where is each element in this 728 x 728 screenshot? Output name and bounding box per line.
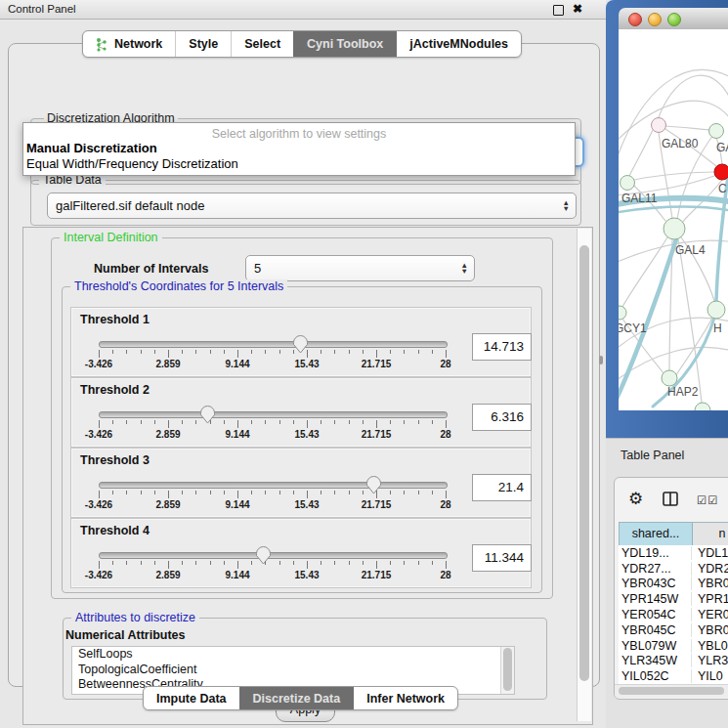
- tab-jactivemnodules-label: jActiveMNodules: [409, 37, 508, 51]
- network-node[interactable]: [707, 301, 725, 319]
- close-traffic-light[interactable]: [628, 13, 642, 26]
- tick-mark: [237, 420, 238, 428]
- split-columns-icon[interactable]: [663, 492, 679, 507]
- axis-tick-label: 21.715: [362, 570, 392, 580]
- threshold-2-value-field[interactable]: 6.316: [472, 404, 532, 431]
- axis-tick-label: 21.715: [362, 359, 392, 369]
- network-canvas[interactable]: GAL80GACGAL11GAL4GCY1HHAP2: [619, 29, 728, 410]
- table-row[interactable]: YBL079WYBL0: [619, 638, 728, 654]
- tab-network[interactable]: Network: [83, 31, 175, 57]
- network-edge[interactable]: [619, 207, 728, 213]
- tick-mark: [195, 491, 196, 494]
- tab-style[interactable]: Style: [175, 31, 231, 57]
- tick-mark: [251, 420, 252, 424]
- checkbox-columns-icon[interactable]: ☑☑: [697, 493, 719, 507]
- table-data-combobox[interactable]: galFiltered.sif default node ▲▼: [47, 193, 577, 219]
- tab-discretize-data[interactable]: Discretize Data: [239, 687, 354, 709]
- tab-network-label: Network: [114, 37, 162, 51]
- list-scrollbar[interactable]: [500, 647, 514, 694]
- slider[interactable]: [99, 341, 448, 348]
- axis-tick-label: 15.43: [294, 359, 319, 369]
- network-node[interactable]: [709, 124, 724, 139]
- vertical-scrollbar[interactable]: [577, 229, 591, 721]
- zoom-traffic-light[interactable]: [667, 13, 681, 26]
- list-item[interactable]: TopologicalCoefficient: [72, 663, 514, 678]
- network-edge[interactable]: [634, 172, 714, 180]
- network-edge[interactable]: [622, 237, 667, 307]
- network-node[interactable]: [652, 118, 666, 133]
- axis-tick-label: -3.426: [85, 499, 112, 510]
- tick-mark: [112, 350, 113, 354]
- tick-mark: [293, 491, 294, 494]
- network-edge[interactable]: [619, 70, 728, 176]
- network-node[interactable]: [664, 218, 685, 239]
- minimize-traffic-light[interactable]: [648, 13, 662, 26]
- tick-mark: [182, 561, 183, 565]
- number-of-intervals-combobox[interactable]: 5 ▲▼: [245, 255, 475, 281]
- threshold-4-value-field[interactable]: 11.344: [472, 544, 532, 572]
- table-row[interactable]: YIL052CYIL0: [619, 668, 728, 684]
- tick-mark: [446, 561, 447, 569]
- combo-arrows-icon: ▲▼: [461, 263, 468, 274]
- table-row[interactable]: YPR145WYPR1: [619, 591, 728, 607]
- settings-scrollpane: Interval Definition Number of Intervals …: [22, 227, 593, 725]
- slider-ticks: [99, 350, 446, 359]
- table-row[interactable]: YBR043CYBR0: [619, 577, 728, 592]
- tab-style-label: Style: [189, 37, 218, 51]
- tick-mark: [418, 491, 419, 494]
- dropdown-option-manual[interactable]: Manual Discretization: [23, 141, 575, 156]
- gear-icon[interactable]: ⚙: [628, 489, 643, 509]
- tick-mark: [432, 491, 433, 494]
- tick-mark: [404, 561, 405, 565]
- network-node[interactable]: [714, 164, 728, 180]
- close-icon[interactable]: ✖: [573, 2, 582, 16]
- vertical-scrollbar-thumb[interactable]: [579, 245, 589, 681]
- table-row[interactable]: YER054CYER0: [619, 607, 728, 622]
- list-scrollbar-thumb[interactable]: [503, 648, 512, 691]
- network-node[interactable]: [662, 370, 677, 386]
- column-header-name[interactable]: n: [693, 523, 728, 545]
- tick-mark: [224, 491, 225, 494]
- slider-axis: -3.4262.8599.14415.4321.71528: [99, 429, 446, 441]
- tick-mark: [307, 561, 308, 569]
- network-node[interactable]: [695, 403, 710, 410]
- tick-mark: [168, 350, 169, 358]
- column-header-shared-name[interactable]: shared...: [620, 523, 693, 545]
- tick-mark: [141, 350, 142, 354]
- node-label: C: [718, 182, 727, 195]
- network-node[interactable]: [621, 176, 635, 191]
- tab-cyni-toolbox[interactable]: Cyni Toolbox: [293, 31, 396, 57]
- network-window-titlebar[interactable]: [619, 8, 728, 30]
- threshold-1-value-field[interactable]: 14.713: [472, 333, 532, 361]
- slider[interactable]: [99, 411, 448, 418]
- float-window-icon[interactable]: [553, 5, 564, 16]
- network-node[interactable]: [619, 306, 626, 320]
- tick-mark: [210, 420, 211, 424]
- table-row[interactable]: YDR27...YDR2: [619, 561, 728, 577]
- horizontal-scrollbar-thumb[interactable]: [619, 687, 724, 695]
- slider[interactable]: [99, 552, 448, 559]
- network-edge[interactable]: [629, 130, 653, 176]
- threshold-3-panel: Threshold 3 -3.4262.8599.14415.4321.7152…: [70, 448, 532, 518]
- slider[interactable]: [99, 482, 448, 489]
- threshold-3-value-field[interactable]: 21.4: [472, 474, 532, 501]
- tick-mark: [141, 420, 142, 424]
- tab-jactivemnodules[interactable]: jActiveMNodules: [396, 31, 521, 57]
- panel-splitter-grip[interactable]: [599, 356, 603, 364]
- tab-infer-network[interactable]: Infer Network: [353, 687, 457, 709]
- table-row[interactable]: YLR345WYLR3: [619, 654, 728, 669]
- node-table: ⚙ ☑☑ shared... n YDL19...YDL1 YDR27...YD…: [614, 477, 728, 700]
- tab-impute-data[interactable]: Impute Data: [144, 687, 239, 709]
- cell-shared-name: YDR27...: [619, 562, 692, 576]
- list-item[interactable]: SelfLoops: [72, 647, 514, 663]
- dropdown-option-equal-width[interactable]: Equal Width/Frequency Discretization: [23, 156, 575, 172]
- network-edge[interactable]: [659, 75, 728, 117]
- network-edge[interactable]: [665, 126, 709, 130]
- table-row[interactable]: YDL19...YDL1: [619, 545, 728, 561]
- tick-mark: [99, 350, 100, 358]
- horizontal-scrollbar[interactable]: [615, 684, 728, 698]
- tab-select[interactable]: Select: [231, 31, 293, 57]
- tick-mark: [321, 350, 321, 354]
- table-row[interactable]: YBR045CYBR0: [619, 622, 728, 638]
- cell-name: YLR3: [692, 654, 728, 667]
